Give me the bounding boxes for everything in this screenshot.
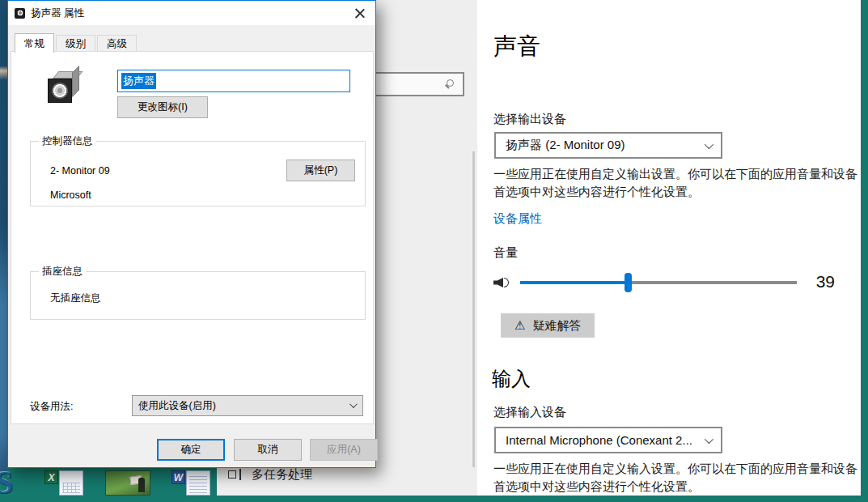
sidebar-item-label: 多任务处理 (252, 467, 312, 483)
input-device-label: 选择输入设备 (493, 405, 566, 420)
general-tab-panel: 扬声器 更改图标(I) 控制器信息 2- Monitor 09 Microsof… (11, 51, 374, 424)
word-page-icon (186, 470, 210, 496)
sidebar-scrollbar[interactable] (472, 151, 475, 467)
desktop: S X W 多任务处理 声音 选择输出设备 (0, 0, 868, 502)
warning-triangle-icon: ⚠ (514, 318, 525, 333)
output-device-dropdown[interactable]: 扬声器 (2- Monitor 09) (494, 132, 722, 159)
multitasking-icon (228, 469, 241, 480)
properties-button[interactable]: 属性(P) (286, 160, 355, 181)
controller-group-label: 控制器信息 (39, 134, 96, 148)
page-title: 声音 (493, 31, 540, 63)
chevron-down-icon (705, 140, 713, 149)
chevron-down-icon (349, 400, 358, 408)
controller-info-group: 控制器信息 2- Monitor 09 Microsoft 属性(P) (30, 141, 366, 206)
s-app-desktop-icon[interactable]: S (0, 470, 34, 496)
chevron-down-icon (705, 435, 713, 444)
input-device-value: Internal Microphone (Conexant 2... (506, 433, 692, 447)
device-name-selected-text: 扬声器 (121, 73, 156, 89)
controller-vendor: Microsoft (50, 189, 91, 201)
input-section-heading: 输入 (492, 366, 531, 392)
excel-badge-icon: X (44, 470, 58, 484)
excel-page-icon (59, 470, 83, 496)
controller-device-name: 2- Monitor 09 (50, 165, 110, 177)
troubleshoot-button[interactable]: ⚠ 疑难解答 (501, 313, 595, 338)
jack-group-label: 插座信息 (39, 265, 86, 279)
speaker-volume-icon (493, 274, 511, 291)
dialog-close-icon[interactable] (353, 6, 367, 20)
output-note: 一些应用正在使用自定义输出设置。你可以在下面的应用音量和设备首选项中对这些内容进… (493, 165, 861, 201)
search-icon (445, 79, 455, 89)
change-icon-button[interactable]: 更改图标(I) (117, 96, 208, 118)
settings-search-input[interactable] (367, 72, 464, 96)
cancel-button[interactable]: 取消 (234, 439, 302, 461)
word-badge-icon: W (171, 470, 185, 484)
speaker-device-icon (47, 71, 84, 107)
photo-figure-detail (138, 478, 145, 492)
dialog-tabs: 常规 级别 高级 (15, 33, 138, 52)
device-usage-label: 设备用法: (30, 400, 73, 414)
device-name-input[interactable]: 扬声器 (117, 70, 350, 92)
dialog-title: 扬声器 属性 (31, 6, 84, 20)
apply-button[interactable]: 应用(A) (310, 439, 378, 461)
volume-fill (520, 281, 628, 284)
ok-button[interactable]: 确定 (157, 439, 225, 461)
speaker-app-icon (15, 8, 25, 19)
device-usage-value: 使用此设备(启用) (138, 399, 216, 413)
speaker-properties-dialog: 扬声器 属性 常规 级别 高级 扬声器 更改图标(I) 控制器信息 2- Mon… (7, 0, 376, 468)
tab-levels[interactable]: 级别 (56, 35, 95, 52)
tab-general[interactable]: 常规 (15, 33, 54, 53)
photo-desktop-icon[interactable] (105, 470, 150, 496)
background-window-edge (0, 0, 7, 471)
volume-slider-track[interactable] (520, 281, 797, 284)
dialog-titlebar[interactable]: 扬声器 属性 (8, 1, 375, 25)
volume-slider-thumb[interactable] (625, 273, 632, 292)
jack-status: 无插座信息 (50, 291, 101, 305)
volume-value: 39 (816, 272, 835, 291)
device-properties-link[interactable]: 设备属性 (493, 211, 542, 227)
output-device-value: 扬声器 (2- Monitor 09) (506, 138, 625, 153)
jack-info-group: 插座信息 无插座信息 (30, 271, 366, 320)
input-note: 一些应用正在使用自定义输入设置。你可以在下面的应用音量和设备首选项中对这些内容进… (493, 460, 861, 496)
troubleshoot-label: 疑难解答 (532, 318, 581, 334)
settings-content: 声音 选择输出设备 扬声器 (2- Monitor 09) 一些应用正在使用自定… (477, 0, 861, 496)
input-device-dropdown[interactable]: Internal Microphone (Conexant 2... (494, 427, 722, 453)
volume-label: 音量 (493, 245, 518, 261)
volume-slider-row: 39 (493, 270, 849, 295)
tab-advanced[interactable]: 高级 (97, 35, 137, 52)
word-file-desktop-icon[interactable]: W (171, 470, 212, 496)
excel-file-desktop-icon[interactable]: X (44, 470, 85, 496)
device-usage-dropdown[interactable]: 使用此设备(启用) (132, 395, 363, 416)
output-device-label: 选择输出设备 (493, 112, 566, 127)
